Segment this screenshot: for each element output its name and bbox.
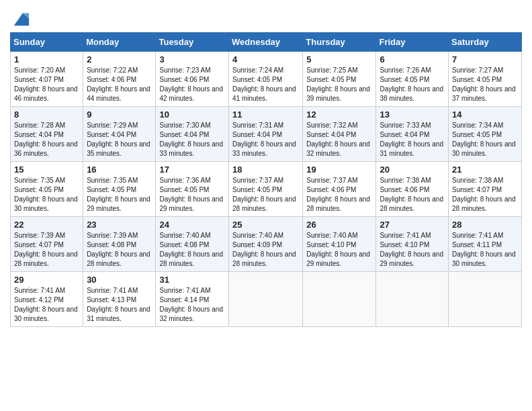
calendar-cell: 21 Sunrise: 7:38 AMSunset: 4:07 PMDaylig… — [449, 162, 522, 217]
calendar-cell — [449, 272, 522, 327]
day-number: 3 — [159, 54, 225, 64]
calendar-cell: 14 Sunrise: 7:34 AMSunset: 4:05 PMDaylig… — [449, 107, 522, 162]
calendar-cell: 31 Sunrise: 7:41 AMSunset: 4:14 PMDaylig… — [156, 272, 229, 327]
calendar-cell: 11 Sunrise: 7:31 AMSunset: 4:04 PMDaylig… — [229, 107, 303, 162]
day-number: 27 — [380, 220, 445, 230]
day-info: Sunrise: 7:39 AMSunset: 4:08 PMDaylight:… — [87, 231, 152, 269]
calendar-cell: 7 Sunrise: 7:27 AMSunset: 4:05 PMDayligh… — [449, 52, 522, 107]
calendar-cell: 3 Sunrise: 7:23 AMSunset: 4:06 PMDayligh… — [156, 52, 229, 107]
day-number: 2 — [87, 54, 152, 64]
calendar-week-4: 22 Sunrise: 7:39 AMSunset: 4:07 PMDaylig… — [11, 217, 522, 272]
logo — [10, 9, 30, 28]
day-number: 6 — [380, 54, 445, 64]
day-info: Sunrise: 7:37 AMSunset: 4:05 PMDaylight:… — [232, 176, 299, 214]
day-info: Sunrise: 7:22 AMSunset: 4:06 PMDaylight:… — [87, 66, 152, 103]
header-monday: Monday — [83, 33, 156, 52]
calendar-week-1: 1 Sunrise: 7:20 AMSunset: 4:07 PMDayligh… — [11, 52, 522, 107]
day-info: Sunrise: 7:41 AMSunset: 4:10 PMDaylight:… — [380, 231, 445, 269]
day-info: Sunrise: 7:40 AMSunset: 4:08 PMDaylight:… — [159, 231, 225, 269]
day-number: 9 — [87, 109, 152, 120]
day-info: Sunrise: 7:37 AMSunset: 4:06 PMDaylight:… — [306, 176, 372, 214]
day-number: 4 — [232, 54, 299, 64]
calendar-cell: 24 Sunrise: 7:40 AMSunset: 4:08 PMDaylig… — [156, 217, 229, 272]
calendar-cell: 1 Sunrise: 7:20 AMSunset: 4:07 PMDayligh… — [11, 52, 83, 107]
day-number: 8 — [14, 109, 79, 120]
calendar-cell: 13 Sunrise: 7:33 AMSunset: 4:04 PMDaylig… — [376, 107, 449, 162]
header-friday: Friday — [376, 33, 449, 52]
day-info: Sunrise: 7:40 AMSunset: 4:10 PMDaylight:… — [306, 231, 372, 269]
day-number: 28 — [452, 220, 518, 230]
calendar-week-3: 15 Sunrise: 7:35 AMSunset: 4:05 PMDaylig… — [11, 162, 522, 217]
calendar-cell: 6 Sunrise: 7:26 AMSunset: 4:05 PMDayligh… — [376, 52, 449, 107]
day-info: Sunrise: 7:41 AMSunset: 4:14 PMDaylight:… — [159, 286, 225, 324]
calendar-week-5: 29 Sunrise: 7:41 AMSunset: 4:12 PMDaylig… — [11, 272, 522, 327]
calendar-cell: 25 Sunrise: 7:40 AMSunset: 4:09 PMDaylig… — [229, 217, 303, 272]
header-tuesday: Tuesday — [156, 33, 229, 52]
calendar: SundayMondayTuesdayWednesdayThursdayFrid… — [10, 32, 522, 327]
calendar-cell: 27 Sunrise: 7:41 AMSunset: 4:10 PMDaylig… — [376, 217, 449, 272]
calendar-cell: 22 Sunrise: 7:39 AMSunset: 4:07 PMDaylig… — [11, 217, 83, 272]
day-number: 14 — [452, 109, 518, 120]
calendar-cell: 19 Sunrise: 7:37 AMSunset: 4:06 PMDaylig… — [303, 162, 376, 217]
calendar-cell: 15 Sunrise: 7:35 AMSunset: 4:05 PMDaylig… — [11, 162, 83, 217]
calendar-cell: 12 Sunrise: 7:32 AMSunset: 4:04 PMDaylig… — [303, 107, 376, 162]
day-info: Sunrise: 7:39 AMSunset: 4:07 PMDaylight:… — [14, 231, 79, 269]
day-number: 26 — [306, 220, 372, 230]
calendar-cell: 29 Sunrise: 7:41 AMSunset: 4:12 PMDaylig… — [11, 272, 83, 327]
calendar-cell: 20 Sunrise: 7:38 AMSunset: 4:06 PMDaylig… — [376, 162, 449, 217]
day-number: 20 — [380, 165, 445, 175]
day-info: Sunrise: 7:28 AMSunset: 4:04 PMDaylight:… — [14, 121, 79, 158]
day-number: 17 — [159, 165, 225, 175]
calendar-cell — [376, 272, 449, 327]
day-number: 25 — [232, 220, 299, 230]
day-info: Sunrise: 7:40 AMSunset: 4:09 PMDaylight:… — [232, 231, 299, 269]
day-info: Sunrise: 7:31 AMSunset: 4:04 PMDaylight:… — [232, 121, 299, 158]
day-info: Sunrise: 7:41 AMSunset: 4:12 PMDaylight:… — [14, 286, 79, 324]
calendar-cell: 2 Sunrise: 7:22 AMSunset: 4:06 PMDayligh… — [83, 52, 156, 107]
day-info: Sunrise: 7:38 AMSunset: 4:06 PMDaylight:… — [380, 176, 445, 214]
calendar-cell: 4 Sunrise: 7:24 AMSunset: 4:05 PMDayligh… — [229, 52, 303, 107]
day-number: 22 — [14, 220, 79, 230]
day-info: Sunrise: 7:29 AMSunset: 4:04 PMDaylight:… — [87, 121, 152, 158]
day-info: Sunrise: 7:27 AMSunset: 4:05 PMDaylight:… — [452, 66, 518, 103]
calendar-cell: 10 Sunrise: 7:30 AMSunset: 4:04 PMDaylig… — [156, 107, 229, 162]
day-info: Sunrise: 7:26 AMSunset: 4:05 PMDaylight:… — [380, 66, 445, 103]
day-number: 5 — [306, 54, 372, 64]
day-info: Sunrise: 7:33 AMSunset: 4:04 PMDaylight:… — [380, 121, 445, 158]
day-number: 13 — [380, 109, 445, 120]
day-info: Sunrise: 7:36 AMSunset: 4:05 PMDaylight:… — [159, 176, 225, 214]
day-number: 10 — [159, 109, 225, 120]
day-info: Sunrise: 7:35 AMSunset: 4:05 PMDaylight:… — [87, 176, 152, 214]
calendar-cell: 17 Sunrise: 7:36 AMSunset: 4:05 PMDaylig… — [156, 162, 229, 217]
day-number: 31 — [159, 275, 225, 285]
day-number: 30 — [87, 275, 152, 285]
day-number: 7 — [452, 54, 518, 64]
day-info: Sunrise: 7:38 AMSunset: 4:07 PMDaylight:… — [452, 176, 518, 214]
calendar-cell: 18 Sunrise: 7:37 AMSunset: 4:05 PMDaylig… — [229, 162, 303, 217]
header-wednesday: Wednesday — [229, 33, 303, 52]
day-number: 11 — [232, 109, 299, 120]
calendar-cell — [303, 272, 376, 327]
header-thursday: Thursday — [303, 33, 376, 52]
logo-icon — [11, 9, 30, 28]
day-number: 19 — [306, 165, 372, 175]
day-number: 1 — [14, 54, 79, 64]
header-sunday: Sunday — [11, 33, 83, 52]
day-info: Sunrise: 7:41 AMSunset: 4:11 PMDaylight:… — [452, 231, 518, 269]
calendar-cell: 28 Sunrise: 7:41 AMSunset: 4:11 PMDaylig… — [449, 217, 522, 272]
day-number: 29 — [14, 275, 79, 285]
calendar-cell: 5 Sunrise: 7:25 AMSunset: 4:05 PMDayligh… — [303, 52, 376, 107]
calendar-cell: 26 Sunrise: 7:40 AMSunset: 4:10 PMDaylig… — [303, 217, 376, 272]
day-info: Sunrise: 7:25 AMSunset: 4:05 PMDaylight:… — [306, 66, 372, 103]
day-info: Sunrise: 7:35 AMSunset: 4:05 PMDaylight:… — [14, 176, 79, 214]
day-number: 24 — [159, 220, 225, 230]
day-info: Sunrise: 7:24 AMSunset: 4:05 PMDaylight:… — [232, 66, 299, 103]
day-number: 16 — [87, 165, 152, 175]
day-number: 21 — [452, 165, 518, 175]
calendar-cell: 16 Sunrise: 7:35 AMSunset: 4:05 PMDaylig… — [83, 162, 156, 217]
day-info: Sunrise: 7:32 AMSunset: 4:04 PMDaylight:… — [306, 121, 372, 158]
day-info: Sunrise: 7:30 AMSunset: 4:04 PMDaylight:… — [159, 121, 225, 158]
calendar-cell: 8 Sunrise: 7:28 AMSunset: 4:04 PMDayligh… — [11, 107, 83, 162]
day-info: Sunrise: 7:34 AMSunset: 4:05 PMDaylight:… — [452, 121, 518, 158]
day-info: Sunrise: 7:41 AMSunset: 4:13 PMDaylight:… — [87, 286, 152, 324]
